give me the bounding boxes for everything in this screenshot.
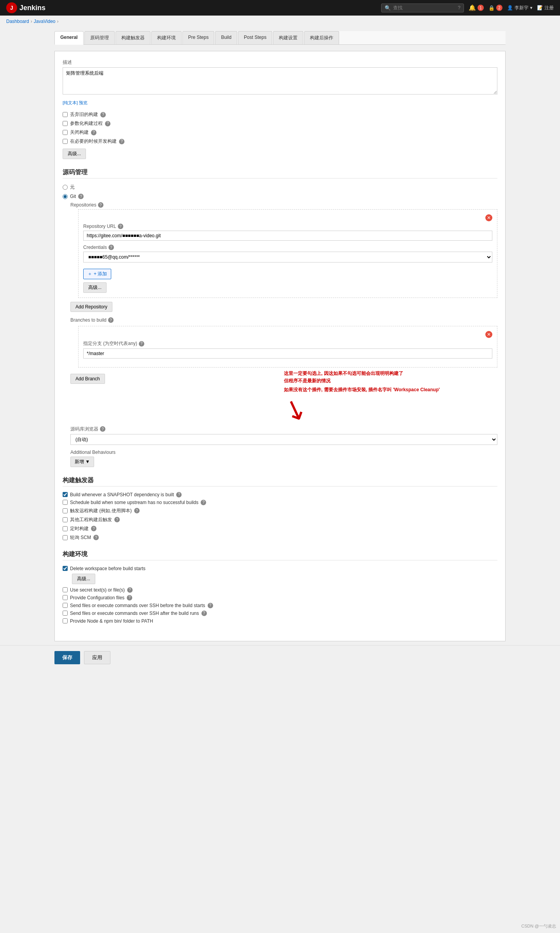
snapshot-trigger-help[interactable]: ? — [176, 492, 182, 497]
discard-old-builds-checkbox[interactable] — [63, 112, 68, 117]
repo-url-help-icon[interactable]: ? — [118, 224, 123, 229]
notification-area[interactable]: 🔔 1 — [469, 4, 484, 11]
git-help-icon[interactable]: ? — [78, 194, 84, 199]
general-advanced-button[interactable]: 高级... — [63, 149, 86, 159]
config-files-checkbox[interactable] — [63, 595, 68, 600]
ssh-before-checkbox[interactable] — [63, 603, 68, 608]
breadcrumb-javavideo[interactable]: JavaVideo — [34, 19, 56, 24]
repo-advanced-button[interactable]: 高级... — [83, 282, 107, 293]
bell-badge: 1 — [478, 5, 484, 11]
source-browser-help-icon[interactable]: ? — [100, 426, 105, 432]
repositories-help-icon[interactable]: ? — [98, 202, 103, 208]
bell-icon[interactable]: 🔔 — [469, 4, 476, 11]
plain-text-link[interactable]: [纯文本] 预览 — [63, 100, 88, 105]
upstream-trigger-checkbox[interactable] — [63, 500, 68, 505]
tab-build-settings[interactable]: 构建设置 — [273, 31, 303, 44]
scheduled-trigger-row: 定时构建 ? — [63, 525, 497, 532]
user-menu[interactable]: 👤 李新宇 ▾ — [507, 5, 532, 11]
upstream-trigger-help[interactable]: ? — [201, 500, 206, 505]
tab-post-steps[interactable]: Post Steps — [238, 31, 272, 44]
nav-right: 🔍 ? 🔔 1 🔒 2 👤 李新宇 ▾ 📝 注册 — [381, 4, 554, 12]
ssh-after-checkbox[interactable] — [63, 611, 68, 616]
remote-trigger-checkbox[interactable] — [63, 508, 68, 513]
parametrize-build-checkbox[interactable] — [63, 121, 68, 126]
security-area[interactable]: 🔒 2 — [488, 5, 502, 11]
user-name: 李新宇 — [514, 5, 528, 11]
tab-pre-steps[interactable]: Pre Steps — [182, 31, 215, 44]
secret-text-row: Use secret text(s) or file(s) ? — [63, 587, 497, 593]
other-project-trigger-help[interactable]: ? — [114, 517, 120, 522]
tab-build[interactable]: Build — [215, 31, 237, 44]
branches-help-icon[interactable]: ? — [108, 317, 114, 323]
branch-specifier-input[interactable] — [83, 348, 492, 359]
credentials-help-icon[interactable]: ? — [108, 245, 114, 250]
add-behaviour-button[interactable]: 新增 ▼ — [70, 457, 94, 467]
remove-repository-button[interactable]: ✕ — [485, 214, 492, 221]
ssh-before-help[interactable]: ? — [208, 603, 213, 608]
git-radio[interactable] — [63, 194, 68, 199]
search-box[interactable]: 🔍 ? — [381, 4, 464, 12]
login-button[interactable]: 📝 注册 — [537, 5, 554, 11]
apply-button[interactable]: 应用 — [84, 651, 110, 664]
branch-specifier-help-icon[interactable]: ? — [139, 341, 144, 347]
top-navigation: J Jenkins 🔍 ? 🔔 1 🔒 2 👤 李新宇 ▾ 📝 注册 — [0, 0, 560, 16]
secret-text-label: Use secret text(s) or file(s) — [70, 587, 125, 593]
search-input[interactable] — [393, 5, 455, 11]
credentials-select[interactable]: ■■■■■65@qq.com/****** — [83, 252, 492, 263]
other-project-trigger-checkbox[interactable] — [63, 517, 68, 522]
poll-scm-help[interactable]: ? — [93, 535, 99, 540]
parametrize-build-help[interactable]: ? — [105, 121, 110, 126]
add-repository-button[interactable]: Add Repository — [70, 302, 112, 312]
repo-url-input[interactable] — [83, 231, 492, 241]
source-browser-label: 源码库浏览器 ? — [70, 426, 497, 432]
add-branch-button[interactable]: Add Branch — [70, 374, 105, 384]
disable-build-label: 关闭构建 — [70, 129, 89, 136]
remote-trigger-help[interactable]: ? — [134, 508, 140, 513]
secret-text-checkbox[interactable] — [63, 587, 68, 592]
bottom-bar: 保存 应用 — [0, 645, 560, 670]
content-panel: 描述 [纯文本] 预览 丢弃旧的构建 ? 参数化构建过程 ? 关闭 — [54, 51, 506, 641]
description-input[interactable] — [63, 67, 497, 95]
remote-trigger-label: 触发远程构建 (例如,使用脚本) — [70, 508, 132, 514]
snapshot-trigger-checkbox[interactable] — [63, 492, 68, 497]
secret-text-help[interactable]: ? — [127, 587, 133, 593]
tab-general[interactable]: General — [54, 31, 84, 45]
discard-old-builds-help[interactable]: ? — [100, 112, 106, 117]
tab-source-management[interactable]: 原码管理 — [84, 31, 115, 44]
poll-scm-checkbox[interactable] — [63, 535, 68, 540]
delete-workspace-advanced-button[interactable]: 高级... — [72, 574, 95, 584]
remove-branch-button[interactable]: ✕ — [485, 331, 492, 338]
disable-build-help[interactable]: ? — [91, 130, 96, 135]
upstream-trigger-row: Schedule build when some upstream has no… — [63, 500, 497, 505]
jenkins-logo[interactable]: J Jenkins — [6, 2, 46, 13]
build-triggers-section: 构建触发器 Build whenever a SNAPSHOT dependen… — [63, 476, 497, 541]
ssh-after-help[interactable]: ? — [201, 611, 207, 616]
login-text: 注册 — [544, 5, 554, 11]
concurrent-build-checkbox[interactable] — [63, 139, 68, 144]
tab-build-triggers[interactable]: 构建触发器 — [116, 31, 150, 44]
tab-build-env[interactable]: 构建环境 — [151, 31, 182, 44]
other-project-trigger-row: 其他工程构建后触发 ? — [63, 516, 497, 523]
snapshot-trigger-label: Build whenever a SNAPSHOT dependency is … — [70, 492, 174, 497]
concurrent-build-label: 在必要的时候开发构建 — [70, 138, 117, 145]
scheduled-trigger-help[interactable]: ? — [91, 526, 96, 531]
scheduled-trigger-checkbox[interactable] — [63, 526, 68, 531]
ssh-before-label: Send files or execute commands over SSH … — [70, 603, 205, 608]
scheduled-trigger-label: 定时构建 — [70, 525, 89, 532]
concurrent-build-help[interactable]: ? — [119, 139, 124, 144]
tab-post-build[interactable]: 构建后操作 — [304, 31, 339, 44]
node-npm-checkbox[interactable] — [63, 618, 68, 623]
shield-icon: 🔒 — [488, 5, 495, 11]
breadcrumb-dashboard[interactable]: Dashboard — [6, 19, 29, 24]
save-button[interactable]: 保存 — [54, 651, 80, 664]
disable-build-checkbox[interactable] — [63, 130, 68, 135]
other-project-trigger-label: 其他工程构建后触发 — [70, 516, 112, 523]
source-browser-select[interactable]: (自动) — [70, 434, 497, 445]
delete-workspace-checkbox[interactable] — [63, 566, 68, 571]
config-files-label: Provide Configuration files — [70, 595, 124, 600]
add-credential-button[interactable]: ＋ + 添加 — [83, 269, 111, 279]
config-files-help[interactable]: ? — [127, 595, 132, 600]
node-npm-label: Provide Node & npm bin/ folder to PATH — [70, 618, 153, 624]
build-environment-section: 构建环境 Delete workspace before build start… — [63, 550, 497, 624]
none-radio[interactable] — [63, 185, 68, 190]
